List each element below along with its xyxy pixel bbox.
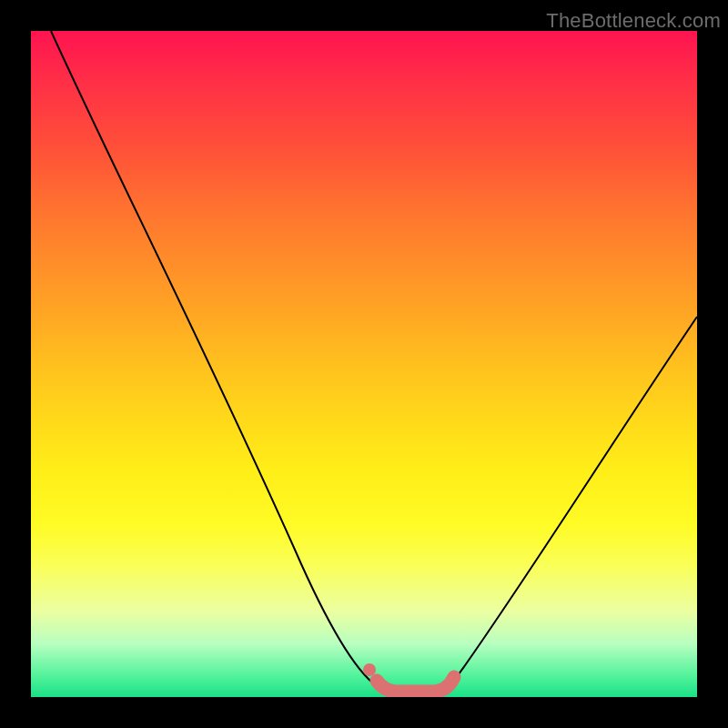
trough-dot-icon — [363, 663, 376, 676]
chart-frame: TheBottleneck.com — [0, 0, 728, 728]
bottleneck-curve — [31, 31, 697, 697]
plot-area — [31, 31, 697, 697]
curve-right-branch — [451, 317, 697, 684]
trough-marker — [377, 677, 454, 692]
curve-left-branch — [51, 31, 377, 686]
watermark-text: TheBottleneck.com — [546, 9, 721, 33]
